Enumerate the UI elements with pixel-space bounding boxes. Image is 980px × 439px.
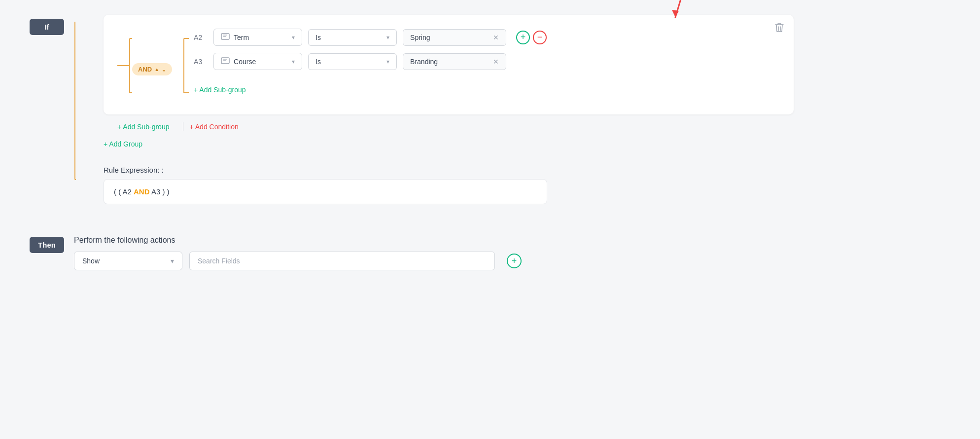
rule-expr-start: ( ( A2 (114, 187, 132, 196)
operator-value-a3: Is (315, 58, 321, 66)
left-vertical-line (74, 22, 76, 189)
rule-expr-and: AND (134, 187, 150, 196)
group-bracket (117, 29, 132, 103)
remove-condition-a2[interactable]: − (533, 31, 547, 44)
show-select[interactable]: Show ▾ (74, 252, 182, 270)
row-actions-a2: + − (516, 31, 547, 44)
show-value: Show (82, 257, 100, 265)
then-badge: Then (30, 237, 64, 253)
condition-row-a3: A3 Course ▾ (194, 53, 780, 70)
red-arrow-annotation (663, 0, 688, 27)
conditions-list: A2 Term ▾ (194, 29, 780, 94)
then-row: Show ▾ Search Fields + (74, 252, 522, 270)
value-text-a2: Spring (410, 34, 430, 41)
and-label: AND (138, 66, 152, 73)
add-group-button[interactable]: + Add Group (104, 140, 142, 148)
add-group-section: + Add Group (104, 140, 950, 148)
and-badge[interactable]: AND ▲ (132, 63, 172, 75)
field-chevron-a3: ▾ (292, 58, 295, 65)
then-description: Perform the following actions (74, 236, 522, 245)
add-subgroup-outer-button[interactable]: + Add Sub-group (117, 123, 177, 131)
field-chevron-a2: ▾ (292, 34, 295, 41)
clear-value-a2[interactable]: ✕ (493, 34, 499, 41)
and-chevron-icon: ▲ (154, 67, 159, 72)
field-icon-a2 (221, 33, 230, 41)
then-section: Then Perform the following actions Show … (30, 236, 950, 270)
field-select-a3[interactable]: Course ▾ (213, 53, 302, 70)
sub-bracket (179, 29, 189, 103)
operator-select-a3[interactable]: Is ▾ (308, 53, 397, 70)
if-badge: If (30, 19, 64, 35)
value-input-a2[interactable]: Spring ✕ (403, 29, 506, 46)
then-content: Perform the following actions Show ▾ Sea… (74, 236, 522, 270)
search-add-button[interactable]: + (507, 254, 522, 268)
condition-id-a3: A3 (194, 58, 208, 66)
field-value-a2: Term (234, 34, 249, 41)
value-text-a3: Branding (410, 58, 438, 66)
clear-value-a3[interactable]: ✕ (493, 58, 499, 66)
operator-chevron-a2: ▾ (386, 34, 389, 41)
add-subgroup-inner-button[interactable]: + Add Sub-group (194, 86, 245, 94)
svg-line-4 (675, 0, 683, 17)
svg-marker-5 (672, 10, 679, 17)
field-value-a3: Course (234, 58, 256, 66)
operator-value-a2: Is (315, 34, 321, 41)
rule-expression-label: Rule Expression: : (104, 166, 950, 174)
operator-chevron-a3: ▾ (386, 58, 389, 65)
group-card: AND ▲ (104, 15, 794, 114)
value-input-a3[interactable]: Branding ✕ (403, 53, 506, 70)
field-icon-a3 (221, 57, 230, 66)
field-select-a2[interactable]: Term ▾ (213, 29, 302, 46)
rule-expression-section: Rule Expression: : ( ( A2 AND A3 ) ) (104, 166, 950, 204)
condition-id-a2: A2 (194, 34, 208, 41)
delete-group-button[interactable] (775, 23, 784, 35)
operator-select-a2[interactable]: Is ▾ (308, 29, 397, 46)
rule-expr-end: A3 ) ) (151, 187, 170, 196)
show-chevron-icon: ▾ (171, 257, 174, 265)
add-condition-above-a2[interactable]: + (516, 31, 530, 44)
rule-expression-box: ( ( A2 AND A3 ) ) (104, 179, 547, 204)
search-fields-placeholder: Search Fields (198, 257, 240, 265)
condition-row-a2: A2 Term ▾ (194, 29, 780, 46)
action-divider (183, 122, 183, 131)
search-fields-input[interactable]: Search Fields (189, 252, 495, 270)
group-bottom-actions: + Add Sub-group + Add Condition (104, 122, 950, 131)
add-condition-button[interactable]: + Add Condition (189, 123, 238, 131)
